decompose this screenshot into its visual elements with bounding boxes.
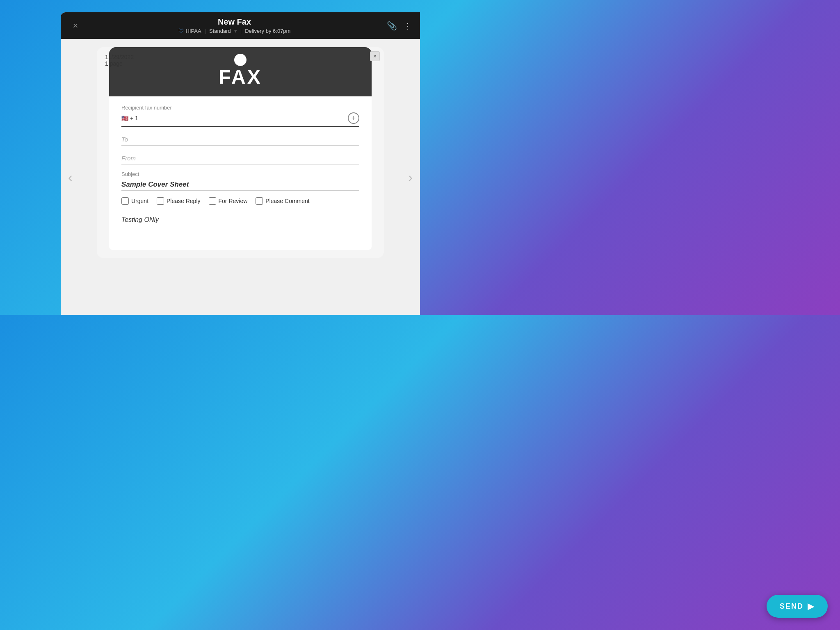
flag-code: 🇺🇸 + 1 (121, 115, 138, 121)
urgent-checkbox[interactable] (121, 197, 129, 205)
message-area: Testing ONly (121, 213, 359, 237)
add-recipient-button[interactable]: + (348, 112, 359, 124)
urgent-label: Urgent (131, 198, 148, 204)
header: × New Fax 🛡 HIPAA | Standard ▾ | Deliver… (61, 12, 420, 39)
hipaa-badge: 🛡 HIPAA (178, 27, 201, 34)
header-left: × (69, 19, 82, 32)
app-window: × New Fax 🛡 HIPAA | Standard ▾ | Deliver… (61, 12, 420, 315)
fax-document: 11/29/2022 1 page × FAX Recipient fax nu… (97, 47, 384, 258)
doc-date: 11/29/2022 (105, 54, 134, 60)
prev-page-button[interactable]: ‹ (65, 166, 76, 188)
fax-number-input[interactable] (140, 115, 348, 122)
doc-pages: 1 page (105, 60, 134, 67)
header-right: 📎 ⋮ (387, 21, 412, 31)
shield-icon: 🛡 (178, 27, 184, 34)
header-subtitle: 🛡 HIPAA | Standard ▾ | Delivery by 6:07p… (178, 27, 291, 34)
from-input[interactable] (121, 152, 359, 164)
close-button[interactable]: × (69, 19, 82, 32)
doc-close-button[interactable]: × (370, 51, 380, 61)
separator2: ▾ (234, 28, 237, 34)
clipboard-circle (234, 54, 247, 66)
urgent-checkbox-item[interactable]: Urgent (121, 197, 148, 205)
content-area: ‹ › 11/29/2022 1 page × FAX Recipient fa… (61, 39, 420, 315)
next-page-button[interactable]: › (405, 166, 416, 188)
please-comment-checkbox-item[interactable]: Please Comment (256, 197, 309, 205)
fax-number-row: 🇺🇸 + 1 + (121, 112, 359, 127)
fax-form: Recipient fax number 🇺🇸 + 1 + (109, 96, 372, 250)
checkboxes-row: Urgent Please Reply For Review Please Co… (121, 197, 359, 205)
fax-number-label: Recipient fax number (121, 105, 359, 111)
fax-title-text: FAX (219, 66, 262, 93)
please-comment-label: Please Comment (265, 198, 309, 204)
doc-meta: 11/29/2022 1 page (105, 54, 134, 67)
for-review-checkbox-item[interactable]: For Review (209, 197, 248, 205)
more-icon[interactable]: ⋮ (404, 21, 412, 31)
please-comment-checkbox[interactable] (256, 197, 263, 205)
standard-dropdown[interactable]: Standard (209, 28, 231, 34)
subject-label: Subject (121, 171, 359, 177)
please-reply-checkbox[interactable] (157, 197, 164, 205)
hipaa-label: HIPAA (186, 28, 201, 34)
subject-value: Sample Cover Sheet (121, 179, 359, 191)
for-review-checkbox[interactable] (209, 197, 216, 205)
fax-number-group: Recipient fax number 🇺🇸 + 1 + (121, 105, 359, 127)
from-group (121, 152, 359, 164)
separator: | (205, 28, 206, 34)
please-reply-checkbox-item[interactable]: Please Reply (157, 197, 201, 205)
separator3: | (240, 28, 242, 34)
subject-group: Subject Sample Cover Sheet (121, 171, 359, 191)
attach-icon[interactable]: 📎 (387, 21, 397, 31)
delivery-text: Delivery by 6:07pm (245, 28, 290, 34)
clipboard-top: FAX (109, 47, 372, 96)
header-title: New Fax (218, 17, 251, 27)
header-center: New Fax 🛡 HIPAA | Standard ▾ | Delivery … (82, 17, 387, 34)
flag-emoji: 🇺🇸 (121, 115, 128, 121)
for-review-label: For Review (219, 198, 248, 204)
to-input[interactable] (121, 133, 359, 146)
fax-prefix: + 1 (130, 115, 138, 121)
please-reply-label: Please Reply (167, 198, 201, 204)
to-group (121, 133, 359, 146)
